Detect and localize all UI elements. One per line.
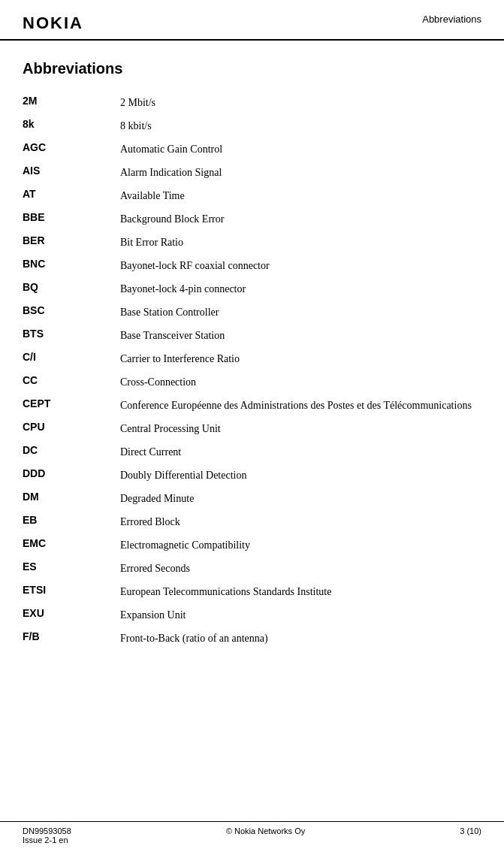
abbreviations-table: 2M2 Mbit/s8k8 kbit/sAGCAutomatic Gain Co…: [23, 91, 481, 650]
abbr-term: BBE: [23, 211, 120, 223]
abbr-definition: Bayonet-lock 4-pin connector: [120, 281, 481, 297]
list-item: BTSBase Transceiver Station: [23, 324, 481, 347]
abbr-term: BNC: [23, 258, 120, 270]
list-item: BBEBackground Block Error: [23, 207, 481, 231]
abbr-term: BQ: [23, 281, 120, 293]
list-item: EBErrored Block: [23, 510, 481, 533]
abbr-term: DC: [23, 444, 120, 456]
list-item: DDDDoubly Differential Detection: [23, 464, 481, 487]
abbr-term: 8k: [23, 118, 120, 130]
abbr-term: F/B: [23, 630, 120, 642]
abbr-definition: Base Transceiver Station: [120, 328, 481, 343]
abbr-term: C/I: [23, 351, 120, 363]
page-footer: DN99593058 Issue 2-1 en © Nokia Networks…: [0, 821, 504, 849]
abbr-term: CC: [23, 374, 120, 386]
list-item: F/BFront-to-Back (ratio of an antenna): [23, 627, 481, 650]
abbr-definition: Bit Error Ratio: [120, 234, 481, 250]
abbr-definition: Background Block Error: [120, 211, 481, 227]
footer-page: 3 (10): [460, 826, 481, 844]
header-title: Abbreviations: [422, 14, 481, 25]
list-item: CCCross-Connection: [23, 370, 481, 394]
footer-copyright: © Nokia Networks Oy: [226, 826, 305, 844]
abbr-definition: Bayonet-lock RF coaxial connector: [120, 258, 481, 273]
abbr-term: DM: [23, 491, 120, 503]
abbr-definition: Expansion Unit: [120, 607, 481, 623]
list-item: AGCAutomatic Gain Control: [23, 137, 481, 161]
list-item: 8k8 kbit/s: [23, 114, 481, 137]
list-item: CEPTConference Européenne des Administra…: [23, 394, 481, 417]
list-item: ATAvailable Time: [23, 184, 481, 207]
list-item: DMDegraded Minute: [23, 487, 481, 510]
abbr-definition: Errored Seconds: [120, 560, 481, 576]
abbr-term: CPU: [23, 421, 120, 433]
abbr-definition: 8 kbit/s: [120, 118, 481, 134]
abbr-term: EXU: [23, 607, 120, 619]
page: NOKIA Abbreviations Abbreviations 2M2 Mb…: [0, 0, 504, 849]
nokia-logo: NOKIA: [23, 14, 83, 33]
list-item: BSCBase Station Controller: [23, 301, 481, 324]
list-item: C/ICarrier to Interference Ratio: [23, 347, 481, 370]
abbr-term: EB: [23, 514, 120, 526]
abbr-definition: Doubly Differential Detection: [120, 467, 481, 483]
list-item: EXUExpansion Unit: [23, 603, 481, 627]
abbr-term: BTS: [23, 328, 120, 340]
abbr-definition: Available Time: [120, 188, 481, 204]
abbr-definition: Base Station Controller: [120, 304, 481, 320]
abbr-term: BSC: [23, 304, 120, 316]
abbr-term: DDD: [23, 467, 120, 479]
abbr-term: EMC: [23, 537, 120, 549]
abbr-definition: Alarm Indication Signal: [120, 165, 481, 180]
list-item: BNCBayonet-lock RF coaxial connector: [23, 254, 481, 277]
list-item: AISAlarm Indication Signal: [23, 161, 481, 184]
list-item: ETSIEuropean Telecommunications Standard…: [23, 580, 481, 603]
list-item: BERBit Error Ratio: [23, 231, 481, 254]
footer-left: DN99593058 Issue 2-1 en: [23, 826, 71, 844]
abbr-term: ETSI: [23, 584, 120, 596]
abbr-definition: Degraded Minute: [120, 491, 481, 506]
abbr-term: ES: [23, 560, 120, 573]
doc-number: DN99593058: [23, 826, 71, 835]
abbr-definition: 2 Mbit/s: [120, 95, 481, 110]
abbr-term: BER: [23, 234, 120, 246]
abbr-definition: Conference Européenne des Administration…: [120, 397, 481, 413]
abbr-definition: Automatic Gain Control: [120, 141, 481, 157]
abbr-definition: Electromagnetic Compatibility: [120, 537, 481, 553]
issue: Issue 2-1 en: [23, 835, 71, 844]
abbr-definition: European Telecommunications Standards In…: [120, 584, 481, 600]
abbr-term: CEPT: [23, 397, 120, 409]
list-item: ESErrored Seconds: [23, 557, 481, 580]
abbr-term: AT: [23, 188, 120, 200]
page-header: NOKIA Abbreviations: [0, 0, 504, 41]
abbr-definition: Central Processing Unit: [120, 421, 481, 437]
abbr-definition: Front-to-Back (ratio of an antenna): [120, 630, 481, 646]
abbr-term: AIS: [23, 165, 120, 177]
page-title: Abbreviations: [23, 60, 481, 77]
abbr-definition: Cross-Connection: [120, 374, 481, 390]
abbr-definition: Carrier to Interference Ratio: [120, 351, 481, 367]
main-content: Abbreviations 2M2 Mbit/s8k8 kbit/sAGCAut…: [0, 41, 504, 695]
list-item: EMCElectromagnetic Compatibility: [23, 533, 481, 557]
abbr-definition: Errored Block: [120, 514, 481, 530]
abbr-term: AGC: [23, 141, 120, 153]
abbr-definition: Direct Current: [120, 444, 481, 460]
list-item: DCDirect Current: [23, 440, 481, 464]
list-item: BQBayonet-lock 4-pin connector: [23, 277, 481, 301]
list-item: 2M2 Mbit/s: [23, 91, 481, 114]
abbr-term: 2M: [23, 95, 120, 107]
list-item: CPUCentral Processing Unit: [23, 417, 481, 440]
